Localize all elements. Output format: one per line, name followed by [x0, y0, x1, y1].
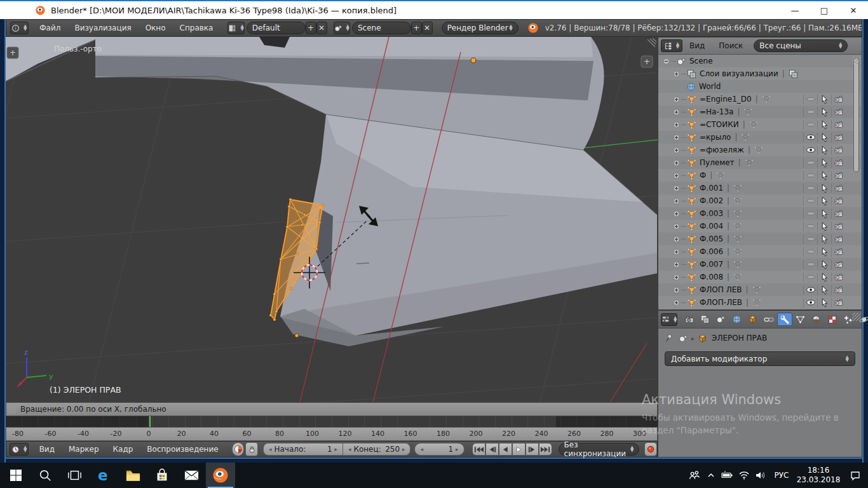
add-layout-button[interactable]: + — [306, 22, 316, 34]
outliner-scrollbar[interactable] — [853, 58, 859, 172]
outliner-item-Ф.002[interactable]: Ф.002| — [658, 194, 862, 207]
expander-plus-icon[interactable] — [672, 95, 681, 104]
eye-closed-icon[interactable] — [806, 248, 816, 255]
pin-icon[interactable] — [665, 334, 674, 342]
selectable-toggle-icon[interactable] — [820, 234, 829, 244]
layout-name-field[interactable]: Default — [247, 22, 306, 34]
outliner-item-Ф.001[interactable]: Ф.001| — [658, 182, 862, 194]
lock-icon[interactable] — [245, 442, 258, 456]
renderable-toggle-icon[interactable] — [834, 273, 844, 281]
delete-layout-button[interactable]: ✕ — [316, 22, 327, 34]
expander-plus-icon[interactable] — [672, 184, 681, 193]
eye-closed-icon[interactable] — [806, 184, 816, 192]
expander-plus-icon[interactable] — [672, 121, 681, 129]
renderable-toggle-icon[interactable] — [834, 146, 844, 154]
outliner-item-Scene[interactable]: Scene — [658, 55, 862, 67]
scene-name-field[interactable]: Scene — [352, 22, 411, 34]
outliner-item-Ф.006[interactable]: Ф.006| — [658, 245, 862, 258]
outliner-item-Ф.005[interactable]: Ф.005| — [658, 233, 862, 245]
timeline-menu-маркер[interactable]: Маркер — [62, 445, 106, 454]
eye-closed-icon[interactable] — [806, 95, 816, 103]
eye-open-icon[interactable] — [806, 146, 816, 154]
expander-plus-icon[interactable] — [672, 210, 681, 218]
scene-selector-icon[interactable]: ▲▼ — [334, 22, 350, 34]
properties-tab-modifiers[interactable] — [777, 313, 792, 326]
selectable-toggle-icon[interactable] — [820, 133, 829, 142]
properties-tab-material[interactable] — [809, 313, 824, 326]
eye-closed-icon[interactable] — [806, 235, 816, 243]
taskbar-blender-icon[interactable] — [206, 463, 235, 488]
properties-tab-world[interactable] — [729, 313, 745, 326]
add-modifier-dropdown[interactable]: Добавить модификатор ▲▼ — [665, 351, 855, 366]
selectable-toggle-icon[interactable] — [820, 298, 829, 308]
expander-plus-icon[interactable] — [672, 146, 681, 154]
properties-tab-data[interactable] — [793, 313, 808, 326]
eye-open-icon[interactable] — [806, 299, 816, 306]
current-frame-field[interactable]: ◂ 1 ▸ — [414, 443, 464, 456]
sync-mode-dropdown[interactable]: Без синхронизации▲▼ — [559, 443, 640, 456]
eye-closed-icon[interactable] — [806, 159, 816, 166]
renderable-toggle-icon[interactable] — [834, 196, 844, 205]
maximize-button[interactable]: □ — [810, 2, 839, 18]
taskbar-mail-icon[interactable] — [177, 463, 206, 488]
renderable-toggle-icon[interactable] — [834, 298, 844, 307]
wifi-icon[interactable] — [736, 463, 752, 488]
outliner-item--Engine1_D0[interactable]: =Engine1_D0| — [658, 93, 862, 105]
selectable-toggle-icon[interactable] — [820, 222, 829, 231]
expander-plus-icon[interactable] — [672, 261, 681, 269]
expander-plus-icon[interactable] — [672, 133, 681, 142]
properties-tab-scene[interactable] — [714, 313, 729, 326]
eye-closed-icon[interactable] — [806, 108, 816, 116]
taskbar-task-view-icon[interactable] — [60, 463, 89, 488]
timeline-ruler[interactable]: -80-60-40-200204060801001201401601802002… — [6, 427, 658, 441]
timeline-menu-кадр[interactable]: Кадр — [106, 445, 140, 454]
selectable-toggle-icon[interactable] — [820, 184, 829, 193]
jump-to-start-button[interactable] — [472, 443, 485, 456]
battery-icon[interactable] — [719, 463, 736, 488]
properties-tab-object[interactable] — [745, 313, 761, 326]
eye-closed-icon[interactable] — [806, 222, 816, 230]
renderable-toggle-icon[interactable] — [834, 120, 844, 129]
taskbar-store-icon[interactable] — [147, 463, 177, 488]
expander-plus-icon[interactable] — [672, 197, 681, 205]
info-menu-справка[interactable]: Справка — [173, 24, 220, 32]
outliner-item-ФЛОП-ЛЕВ[interactable]: ФЛОП-ЛЕВ| — [658, 296, 862, 309]
selectable-toggle-icon[interactable] — [820, 95, 829, 104]
expander-plus-icon[interactable] — [672, 222, 681, 231]
jump-to-end-button[interactable] — [539, 443, 552, 456]
action-center-icon[interactable] — [843, 463, 868, 488]
eye-closed-icon[interactable] — [806, 261, 816, 268]
eye-closed-icon[interactable] — [806, 121, 816, 128]
screen-layout-icon[interactable]: ▲▼ — [227, 22, 244, 34]
expander-plus-icon[interactable] — [672, 248, 681, 256]
outliner-item-World[interactable]: World — [658, 80, 862, 93]
expander-plus-icon[interactable] — [672, 286, 681, 294]
renderable-toggle-icon[interactable] — [834, 260, 844, 269]
eye-open-icon[interactable] — [806, 286, 816, 294]
editor-type-properties-button[interactable]: ▲▼ — [661, 313, 677, 326]
prev-keyframe-button[interactable] — [485, 443, 499, 456]
outliner-menu-вид[interactable]: Вид — [682, 41, 712, 50]
expander-plus-icon[interactable] — [672, 299, 681, 307]
play-button[interactable] — [512, 443, 526, 456]
volume-icon[interactable] — [752, 463, 769, 488]
renderable-toggle-icon[interactable] — [834, 285, 844, 294]
timeline-track[interactable] — [6, 416, 658, 427]
expander-plus-icon[interactable] — [672, 172, 681, 180]
renderable-toggle-icon[interactable] — [834, 184, 844, 193]
expander-minus-icon[interactable] — [662, 57, 670, 65]
renderable-toggle-icon[interactable] — [834, 133, 844, 142]
outliner-item--фюзеляж[interactable]: =фюзеляж| — [658, 144, 862, 156]
outliner-item-Пулемет[interactable]: Пулемет| — [658, 156, 862, 169]
frame-end-field[interactable]: ◂ Конец: 250 ▸ — [343, 443, 410, 456]
selectable-toggle-icon[interactable] — [820, 146, 829, 155]
selectable-toggle-icon[interactable] — [820, 120, 829, 130]
renderable-toggle-icon[interactable] — [834, 158, 844, 167]
outliner-item-Ф.007[interactable]: Ф.007| — [658, 258, 862, 271]
renderable-toggle-icon[interactable] — [834, 209, 844, 218]
selectable-toggle-icon[interactable] — [820, 247, 829, 257]
expander-plus-icon[interactable] — [672, 108, 681, 116]
outliner-item-ФЛОП-ЛЕВ[interactable]: ФЛОП ЛЕВ| — [658, 283, 862, 296]
record-button[interactable] — [644, 442, 657, 456]
selectable-toggle-icon[interactable] — [820, 209, 829, 219]
